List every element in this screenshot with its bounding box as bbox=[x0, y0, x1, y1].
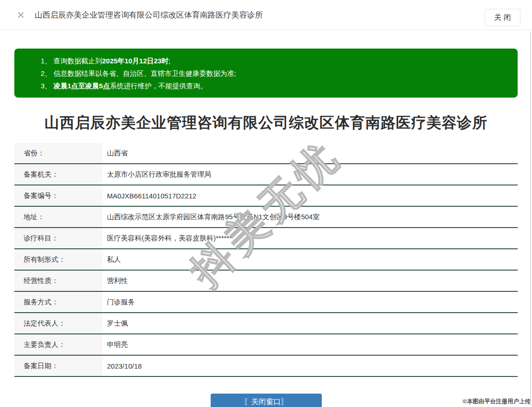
notice-line-1-bold: 2025年10月12日23时 bbox=[102, 57, 169, 65]
table-row: 经营性质： 营利性 bbox=[14, 271, 518, 292]
field-value: 太原市小店区行政审批服务管理局 bbox=[102, 164, 518, 185]
notice-line-2-text: 2、 信息数据结果以各省、自治区、直辖市卫生健康委数据为准; bbox=[41, 69, 236, 77]
field-label: 主要负责人： bbox=[14, 334, 102, 355]
field-label: 经营性质： bbox=[14, 271, 102, 291]
table-row: 备案日期： 2023/10/18 bbox=[14, 356, 518, 377]
field-value: 营利性 bbox=[102, 271, 518, 291]
copyright-note: ©本图由平台注册用户上传 bbox=[463, 398, 531, 406]
field-label: 法定代表人： bbox=[14, 313, 102, 333]
field-value: 罗士佩 bbox=[102, 313, 518, 333]
close-window-button[interactable]: 〖关闭窗口〗 bbox=[211, 394, 322, 407]
field-label: 备案机关： bbox=[14, 164, 102, 185]
field-label: 省份： bbox=[14, 143, 102, 163]
field-value: 山西省 bbox=[102, 143, 518, 163]
notice-line-1: 1、 查询数据截止到2025年10月12日23时; bbox=[41, 55, 508, 67]
field-value: MA0JXB66114010517D2212 bbox=[102, 185, 518, 206]
close-x-icon[interactable]: ✕ bbox=[17, 10, 25, 20]
close-button[interactable]: 关 闭 bbox=[485, 9, 520, 26]
table-row: 所有制形式： 私人 bbox=[14, 249, 518, 271]
table-row: 主要负责人： 申明亮 bbox=[14, 334, 518, 356]
table-row: 地址： 山西综改示范区太原学府园区体育南路95号北美N1文创区9号楼504室 bbox=[14, 207, 518, 228]
field-label: 所有制形式： bbox=[14, 249, 102, 270]
record-table: 省份： 山西省 备案机关： 太原市小店区行政审批服务管理局 备案编号： MA0J… bbox=[14, 143, 518, 377]
notice-line-3: 3、 凌晨1点至凌晨5点系统进行维护，不能提供查询。 bbox=[41, 80, 508, 92]
window-title: 山西启辰亦美企业管理咨询有限公司综改区体育南路医疗美容诊所 bbox=[35, 10, 263, 20]
notice-line-1-text: 1、 查询数据截止到 bbox=[41, 57, 102, 65]
table-row: 备案编号： MA0JXB66114010517D2212 bbox=[14, 185, 518, 207]
field-value: 2023/10/18 bbox=[102, 356, 518, 376]
table-row: 法定代表人： 罗士佩 bbox=[14, 313, 518, 334]
field-value: 门诊服务 bbox=[102, 292, 518, 312]
field-label: 备案日期： bbox=[14, 356, 102, 376]
table-row: 服务方式： 门诊服务 bbox=[14, 292, 518, 313]
notice-line-3-tail: 系统进行维护，不能提供查询。 bbox=[110, 82, 207, 90]
top-bar: ✕ 山西启辰亦美企业管理咨询有限公司综改区体育南路医疗美容诊所 关 闭 bbox=[0, 0, 532, 30]
field-label: 备案编号： bbox=[14, 185, 102, 206]
table-row: 备案机关： 太原市小店区行政审批服务管理局 bbox=[14, 164, 518, 185]
field-label: 地址： bbox=[14, 207, 102, 227]
notice-line-3-bold: 凌晨1点至凌晨5点 bbox=[54, 82, 110, 90]
notice-box: 1、 查询数据截止到2025年10月12日23时; 2、 信息数据结果以各省、自… bbox=[14, 49, 518, 98]
page-title: 山西启辰亦美企业管理咨询有限公司综改区体育南路医疗美容诊所 bbox=[14, 113, 518, 133]
field-value: 山西综改示范区太原学府园区体育南路95号北美N1文创区9号楼504室 bbox=[102, 207, 518, 227]
table-row: 诊疗科目： 医疗美容科(美容外科，美容皮肤科)****** bbox=[14, 228, 518, 249]
field-value: 医疗美容科(美容外科，美容皮肤科)****** bbox=[102, 228, 518, 248]
notice-line-2: 2、 信息数据结果以各省、自治区、直辖市卫生健康委数据为准; bbox=[41, 67, 508, 80]
notice-line-3-text: 3、 bbox=[41, 82, 54, 90]
field-label: 服务方式： bbox=[14, 292, 102, 312]
table-row: 省份： 山西省 bbox=[14, 143, 518, 164]
field-value: 私人 bbox=[102, 249, 518, 270]
field-value: 申明亮 bbox=[102, 334, 518, 355]
field-label: 诊疗科目： bbox=[14, 228, 102, 248]
window-right-edge bbox=[530, 31, 531, 406]
notice-line-1-tail: ; bbox=[169, 57, 170, 65]
